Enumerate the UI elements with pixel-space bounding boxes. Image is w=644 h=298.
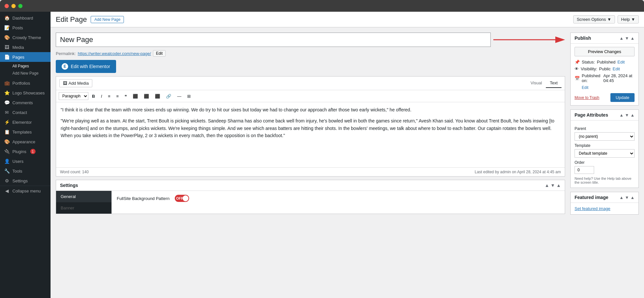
sidebar-item-crowdy-theme[interactable]: 🎨 Crowdy Theme [0,33,51,42]
sidebar-item-label: Media [12,45,24,50]
page-title: Edit Page [56,15,87,24]
add-media-icon: 🖼 [63,81,67,86]
sidebar-item-label: Comments [12,100,33,105]
top-bar-left: Edit Page Add New Page [56,15,124,24]
sidebar-item-label: Settings [12,178,28,183]
plugins-badge: 1 [30,149,36,154]
templates-icon: 📋 [4,129,10,135]
horizontal-rule-button[interactable]: — [175,92,184,100]
sidebar-item-plugins[interactable]: 🔌 Plugins 1 [0,147,51,156]
settings-panel-up-button[interactable]: ▲ [545,183,549,188]
sidebar-item-users[interactable]: 👤 Users [0,156,51,166]
toggle-knob [183,195,188,201]
sidebar-item-pages[interactable]: 📄 Pages [0,52,51,62]
page-attr-collapse-button[interactable]: ▲ [630,113,635,118]
page-attr-up-button[interactable]: ▲ [619,113,623,118]
sidebar-item-label: Dashboard [12,16,33,21]
blockquote-button[interactable]: ❝ [122,92,129,100]
sidebar-sub-all-pages[interactable]: All Pages [12,63,51,70]
status-edit-link[interactable]: Edit [618,60,625,64]
elementor-btn-label: Edit with Elementor [71,64,110,69]
sidebar-item-label: Templates [12,130,32,135]
featured-image-down-button[interactable]: ▼ [625,195,629,200]
move-to-trash-link[interactable]: Move to Trash [575,95,599,100]
set-featured-image-link[interactable]: Set featured image [575,206,610,211]
align-center-button[interactable]: ⬛ [142,92,151,100]
fullsite-bg-toggle[interactable]: OFF [175,195,189,202]
sidebar-item-portfolios[interactable]: 💼 Portfolios [0,78,51,88]
sidebar-item-contact[interactable]: ✉ Contact [0,107,51,117]
settings-panel-down-button[interactable]: ▼ [550,183,555,188]
traffic-light-green[interactable] [18,4,22,8]
parent-select[interactable]: (no parent) [575,132,635,141]
pages-icon: 📄 [4,54,10,60]
visual-tab[interactable]: Visual [527,78,546,88]
published-row: 📅 Published on: Apr 28, 2024 at 04:45 [575,73,635,83]
sidebar-item-media[interactable]: 🖼 Media [0,42,51,52]
settings-panel-header: Settings ▲ ▼ ▲ [56,180,565,191]
publish-collapse-button[interactable]: ▲ [630,36,635,41]
edit-with-elementor-button[interactable]: E Edit with Elementor [56,60,116,73]
screen-options-button[interactable]: Screen Options ▼ [573,15,615,23]
sidebar-item-posts[interactable]: 📝 Posts [0,23,51,33]
media-icon: 🖼 [4,45,10,50]
visibility-value: Public [599,66,610,71]
settings-tab-general[interactable]: General [56,191,112,202]
attr-help-text: Need help? Use the Help tab above the sc… [575,177,635,184]
traffic-light-yellow[interactable] [11,4,16,8]
settings-general-content: FullSite Background Pattern OFF [112,191,565,214]
fullsite-bg-row: FullSite Background Pattern OFF [117,195,560,202]
featured-image-up-button[interactable]: ▲ [619,195,623,200]
add-media-button[interactable]: 🖼 Add Media [59,79,92,87]
table-button[interactable]: ⊞ [185,92,193,100]
italic-button[interactable]: I [98,92,104,100]
align-left-button[interactable]: ⬛ [130,92,140,100]
ordered-list-button[interactable]: ≡ [106,92,113,100]
settings-panel-toggle-button[interactable]: ▲ [556,183,561,188]
title-row [56,33,565,47]
update-button[interactable]: Update [610,93,635,102]
sidebar-collapse-menu[interactable]: ◀ Collapse menu [0,186,51,196]
unordered-list-button[interactable]: ≡ [114,92,121,100]
text-tab[interactable]: Text [546,78,562,88]
settings-body: General Banner FullSite Background Patte… [56,191,565,214]
sidebar-item-logo-showcases[interactable]: ⭐ Logo Showcases [0,88,51,98]
toggle-track[interactable]: OFF [175,195,189,202]
sidebar-sub-add-new-page[interactable]: Add New Page [12,70,51,77]
editor-content[interactable]: "I think it is clear that the team with … [56,102,565,167]
publish-down-button[interactable]: ▼ [625,36,629,41]
featured-image-collapse-button[interactable]: ▲ [630,195,635,200]
permalink-link[interactable]: https://writer.wealcoder.com/new-page/ [78,51,151,56]
add-new-page-button[interactable]: Add New Page [91,16,124,23]
publish-meta-box-header: Publish ▲ ▼ ▲ [571,33,638,44]
sidebar-item-label: Tools [12,169,22,174]
settings-panel-controls: ▲ ▼ ▲ [545,183,561,188]
page-attr-down-button[interactable]: ▼ [625,113,629,118]
settings-panel-title: Settings [60,183,78,188]
bold-button[interactable]: B [90,92,97,100]
format-select[interactable]: Paragraph [59,92,88,100]
sidebar-item-comments[interactable]: 💬 Comments [0,98,51,107]
sidebar-item-dashboard[interactable]: 🏠 Dashboard [0,13,51,23]
traffic-light-red[interactable] [5,4,9,8]
preview-changes-button[interactable]: Preview Changes [575,47,635,56]
help-button[interactable]: Help ▼ [618,15,639,23]
status-label: Status: [582,60,595,64]
sidebar-item-tools[interactable]: 🔧 Tools [0,166,51,176]
publish-up-button[interactable]: ▲ [619,36,623,41]
visibility-edit-link[interactable]: Edit [613,66,620,71]
template-select[interactable]: Default template [575,149,635,158]
align-right-button[interactable]: ⬛ [153,92,162,100]
sidebar-item-label: Contact [12,110,27,115]
sidebar-item-templates[interactable]: 📋 Templates [0,127,51,137]
permalink-edit-button[interactable]: Edit [153,50,166,57]
published-edit-link[interactable]: Edit [582,85,589,90]
sidebar-item-elementor[interactable]: ⚡ Elementor [0,117,51,127]
order-input[interactable] [575,166,594,174]
link-button[interactable]: 🔗 [164,92,173,100]
settings-tab-banner[interactable]: Banner [56,202,112,214]
sidebar-item-settings[interactable]: ⚙ Settings [0,176,51,186]
red-arrow-indicator [493,35,565,45]
sidebar-item-appearance[interactable]: 🎨 Appearance [0,137,51,147]
page-title-input[interactable] [56,33,491,47]
